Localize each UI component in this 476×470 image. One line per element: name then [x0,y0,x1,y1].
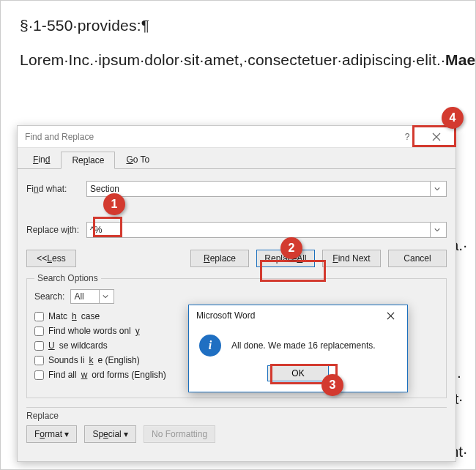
message-text: All done. We made 16 replacements. [231,340,376,351]
special-button[interactable]: Special ▾ [84,425,136,443]
find-what-value: Section [90,184,430,194]
dialog-title: Find and Replace [25,132,393,142]
less-button[interactable]: << Less [26,250,76,267]
format-button[interactable]: Format ▾ [26,425,77,443]
find-what-row: Find what: Section [26,181,447,197]
find-what-input[interactable]: Section [86,181,447,197]
message-box: Microsoft Word i All done. We made 16 re… [188,305,408,392]
search-options-legend: Search Options [34,273,101,283]
no-formatting-button: No Formatting [144,425,215,443]
replace-with-label: Replace with: [26,225,86,235]
document-paragraph: Lorem·Inc.·ipsum·dolor·sit·amet,·consect… [20,48,456,72]
message-title: Microsoft Word [196,310,378,321]
search-direction-label: Search: [34,291,64,302]
message-body: i All done. We made 16 replacements. [189,326,407,361]
dialog-tabs: Find Replace Go To [18,148,455,169]
message-close-button[interactable] [378,307,403,324]
replace-button[interactable]: Replace [190,250,249,267]
message-ok-button[interactable]: OK [267,365,329,381]
replace-with-value: ^% [90,225,430,235]
dialog-titlebar[interactable]: Find and Replace ? [18,126,455,148]
chevron-down-icon [434,186,440,192]
search-direction-dropdown[interactable] [99,290,111,303]
find-what-label: Find what: [26,184,86,194]
cancel-button[interactable]: Cancel [388,250,447,267]
tab-goto[interactable]: Go To [115,151,160,168]
replace-with-dropdown[interactable] [430,223,443,237]
close-icon [432,133,441,141]
tab-find[interactable]: Find [22,151,61,168]
find-replace-dialog: Find and Replace ? Find Replace Go To Fi… [17,125,456,462]
search-direction-value: All [74,291,83,302]
close-button[interactable] [422,127,451,147]
find-next-button[interactable]: Find Next [322,250,381,267]
replace-with-input[interactable]: ^% [86,222,447,238]
replace-section-label: Replace [26,409,447,425]
info-icon: i [199,335,221,357]
find-what-dropdown[interactable] [430,182,443,196]
replace-all-button[interactable]: Replace All [256,250,315,267]
dialog-button-row: << Less Replace Replace All Find Next Ca… [26,250,447,267]
tab-replace[interactable]: Replace [61,152,115,169]
chevron-down-icon [434,227,440,233]
document-canvas: §·1-550·provides:¶ Lorem·Inc.·ipsum·dolo… [1,1,475,72]
replace-with-row: Replace with: ^% [26,222,447,238]
search-direction-combo[interactable]: All [70,289,114,304]
help-button[interactable]: ? [393,127,422,147]
document-line: §·1-550·provides:¶ [20,14,456,38]
replace-format-section: Replace Format ▾ Special ▾ No Formatting [26,407,447,443]
message-titlebar[interactable]: Microsoft Word [189,305,407,326]
close-icon [387,312,395,320]
chevron-down-icon [103,294,108,299]
